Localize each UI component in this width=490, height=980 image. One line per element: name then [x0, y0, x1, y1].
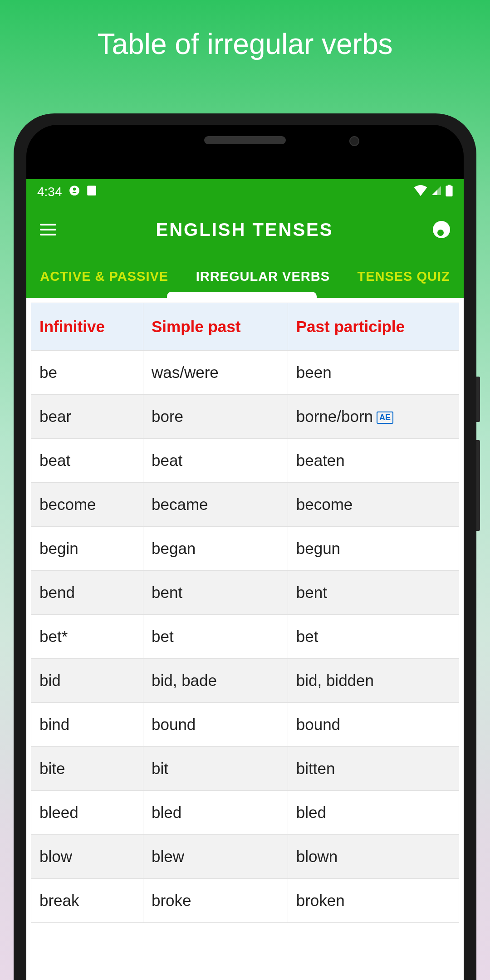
header-past-participle: Past participle: [288, 303, 459, 351]
cell-infinitive: beat: [31, 439, 143, 483]
cell-infinitive: bleed: [31, 791, 143, 835]
cell-infinitive: begin: [31, 527, 143, 571]
cell-past-participle: bitten: [288, 747, 459, 791]
cell-infinitive: bet*: [31, 615, 143, 659]
tab-irregular-verbs[interactable]: IRREGULAR VERBS: [191, 269, 335, 284]
table-row: bendbentbent: [31, 571, 459, 615]
cell-past-participle: become: [288, 483, 459, 527]
table-row: bewas/werebeen: [31, 351, 459, 395]
table-row: bidbid, badebid, bidden: [31, 659, 459, 703]
cell-infinitive: become: [31, 483, 143, 527]
table-row: bleedbledbled: [31, 791, 459, 835]
phone-frame: 4:34: [14, 113, 476, 980]
cell-simple-past: bound: [143, 703, 288, 747]
tab-active-passive[interactable]: ACTIVE & PASSIVE: [34, 269, 174, 284]
cell-past-participle: begun: [288, 527, 459, 571]
table-row: blowblewblown: [31, 835, 459, 879]
verb-table: Infinitive Simple past Past participle b…: [31, 303, 459, 923]
table-row: beatbeatbeaten: [31, 439, 459, 483]
tab-tenses-quiz[interactable]: TENSES QUIZ: [352, 269, 455, 284]
table-row: bet*betbet: [31, 615, 459, 659]
table-row: bitebitbitten: [31, 747, 459, 791]
header-infinitive: Infinitive: [31, 303, 143, 351]
cell-past-participle: borne/bornAE: [288, 395, 459, 439]
cell-past-participle: bet: [288, 615, 459, 659]
side-button: [476, 377, 480, 422]
svg-rect-2: [87, 186, 96, 196]
cell-infinitive: bind: [31, 703, 143, 747]
cell-simple-past: bit: [143, 747, 288, 791]
cell-infinitive: blow: [31, 835, 143, 879]
cell-simple-past: broke: [143, 879, 288, 923]
wifi-icon: [414, 185, 427, 199]
battery-icon: [446, 185, 453, 200]
cell-infinitive: bear: [31, 395, 143, 439]
phone-inner: 4:34: [26, 125, 464, 980]
table-row: bindboundbound: [31, 703, 459, 747]
cell-simple-past: began: [143, 527, 288, 571]
status-time: 4:34: [37, 185, 62, 199]
signal-icon: [431, 185, 442, 199]
table-row: bearboreborne/bornAE: [31, 395, 459, 439]
cell-simple-past: was/were: [143, 351, 288, 395]
cell-simple-past: bid, bade: [143, 659, 288, 703]
svg-rect-4: [446, 186, 452, 196]
cell-simple-past: became: [143, 483, 288, 527]
cell-simple-past: bore: [143, 395, 288, 439]
cell-past-participle: bled: [288, 791, 459, 835]
cell-simple-past: bet: [143, 615, 288, 659]
cell-past-participle: blown: [288, 835, 459, 879]
cell-past-participle: broken: [288, 879, 459, 923]
verb-table-container[interactable]: Infinitive Simple past Past participle b…: [26, 298, 464, 927]
cell-simple-past: blew: [143, 835, 288, 879]
status-bar: 4:34: [26, 179, 464, 205]
cell-past-participle: bid, bidden: [288, 659, 459, 703]
cell-past-participle: beaten: [288, 439, 459, 483]
cell-simple-past: bent: [143, 571, 288, 615]
app-title: ENGLISH TENSES: [156, 220, 333, 240]
status-left: 4:34: [37, 185, 97, 200]
app-bar: ENGLISH TENSES: [26, 205, 464, 255]
promo-title: Table of irregular verbs: [0, 0, 490, 61]
table-header-row: Infinitive Simple past Past participle: [31, 303, 459, 351]
cell-infinitive: bite: [31, 747, 143, 791]
cell-infinitive: bid: [31, 659, 143, 703]
camera: [349, 136, 359, 146]
cell-infinitive: bend: [31, 571, 143, 615]
palette-icon[interactable]: [433, 221, 450, 238]
cell-past-participle: bent: [288, 571, 459, 615]
tabs: ACTIVE & PASSIVE IRREGULAR VERBS TENSES …: [26, 255, 464, 298]
table-row: breakbrokebroken: [31, 879, 459, 923]
cell-simple-past: beat: [143, 439, 288, 483]
card-icon: [87, 185, 97, 200]
table-row: becomebecamebecome: [31, 483, 459, 527]
cell-infinitive: be: [31, 351, 143, 395]
status-right: [414, 185, 453, 200]
header-simple-past: Simple past: [143, 303, 288, 351]
cell-past-participle: been: [288, 351, 459, 395]
ae-badge: AE: [377, 412, 393, 424]
tab-indicator: [167, 292, 317, 298]
menu-icon[interactable]: [40, 224, 56, 235]
cell-simple-past: bled: [143, 791, 288, 835]
screen: 4:34: [26, 179, 464, 980]
person-icon: [69, 185, 80, 200]
svg-point-1: [73, 187, 76, 191]
cell-infinitive: break: [31, 879, 143, 923]
table-row: beginbeganbegun: [31, 527, 459, 571]
cell-past-participle: bound: [288, 703, 459, 747]
speaker: [204, 136, 286, 144]
side-button: [476, 440, 480, 531]
